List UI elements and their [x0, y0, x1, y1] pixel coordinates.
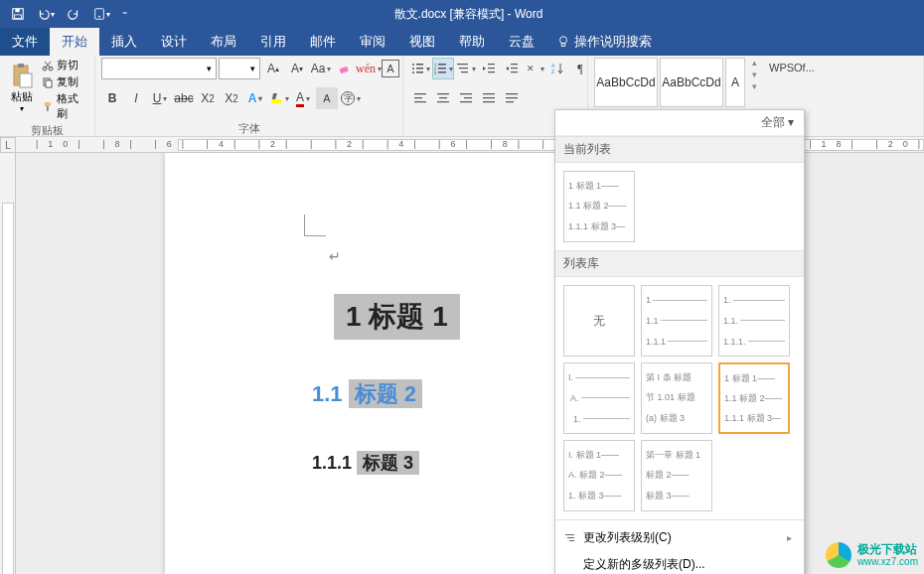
- tab-help[interactable]: 帮助: [447, 28, 497, 56]
- font-color-button[interactable]: A: [292, 87, 314, 109]
- svg-rect-31: [459, 68, 468, 69]
- style-normal[interactable]: AaBbCcDd: [594, 58, 658, 107]
- svg-rect-48: [460, 93, 472, 94]
- text-effects-button[interactable]: A: [244, 87, 266, 109]
- list-tile-1[interactable]: 1 1.1 1.1.1: [641, 285, 712, 357]
- tab-home[interactable]: 开始: [50, 28, 99, 56]
- strikethrough-button[interactable]: abc: [173, 87, 195, 109]
- tab-mailings[interactable]: 邮件: [298, 28, 348, 56]
- list-tile-6[interactable]: I. 标题 1—— A. 标题 2—— 1. 标题 3——: [563, 440, 635, 511]
- tab-insert[interactable]: 插入: [99, 28, 149, 56]
- underline-button[interactable]: U: [149, 87, 171, 109]
- numbering-button[interactable]: 123: [432, 58, 454, 79]
- char-border-button[interactable]: A: [382, 60, 399, 77]
- sort-button[interactable]: AZ: [546, 58, 568, 79]
- clear-format-button[interactable]: [334, 58, 356, 79]
- style-heading1[interactable]: A: [725, 58, 745, 107]
- save-button[interactable]: [6, 4, 30, 24]
- shrink-font-button[interactable]: A▾: [286, 58, 308, 79]
- svg-rect-15: [47, 106, 49, 111]
- list-tile-2[interactable]: 1. 1.1. 1.1.1.: [718, 285, 790, 357]
- list-tile-3[interactable]: I. A. 1.: [563, 362, 635, 434]
- font-name-combo[interactable]: ▾: [101, 58, 217, 79]
- ribbon-group-font: ▾ ▾ A▴ A▾ Aa wén A B I U abc X2 X2 A A A: [95, 56, 403, 136]
- list-tile-4[interactable]: 第 I 条 标题 节 1.01 标题 (a) 标题 3: [641, 362, 712, 434]
- enclose-char-button[interactable]: 字: [340, 87, 362, 109]
- section-list-library: 列表库: [555, 250, 804, 277]
- svg-rect-2: [15, 15, 22, 19]
- bold-button[interactable]: B: [101, 87, 123, 109]
- current-list-tile[interactable]: 1 标题 1—— 1.1 标题 2—— 1.1.1 标题 3—: [563, 171, 635, 242]
- phonetic-button[interactable]: wén: [358, 58, 380, 79]
- svg-rect-6: [561, 44, 565, 47]
- tab-file[interactable]: 文件: [0, 28, 50, 56]
- tell-me-search[interactable]: 操作说明搜索: [546, 33, 662, 51]
- svg-text:3: 3: [434, 71, 437, 75]
- watermark: 极光下载站 www.xz7.com: [826, 542, 918, 568]
- ruler-corner[interactable]: L: [0, 137, 16, 153]
- styles-more-down[interactable]: ▾: [752, 70, 757, 79]
- superscript-button[interactable]: X2: [221, 87, 242, 109]
- list-tile-5[interactable]: 1 标题 1—— 1.1 标题 2—— 1.1.1 标题 3—: [718, 362, 790, 434]
- vertical-ruler[interactable]: [0, 153, 16, 574]
- cut-button[interactable]: 剪切: [42, 58, 88, 72]
- menu-define-new-list[interactable]: 定义新的多级列表(D)...: [555, 551, 804, 574]
- copy-button[interactable]: 复制: [42, 74, 88, 89]
- redo-button[interactable]: [62, 4, 85, 24]
- decrease-indent-button[interactable]: [478, 58, 500, 79]
- svg-rect-57: [565, 534, 574, 535]
- tab-layout[interactable]: 布局: [199, 28, 248, 56]
- svg-rect-36: [511, 64, 518, 65]
- tab-cloud[interactable]: 云盘: [497, 28, 546, 56]
- italic-button[interactable]: I: [125, 87, 147, 109]
- svg-rect-32: [461, 72, 468, 72]
- tab-view[interactable]: 视图: [397, 28, 447, 56]
- align-right-button[interactable]: [455, 87, 477, 109]
- undo-button[interactable]: ▾: [32, 4, 60, 24]
- asian-layout-button[interactable]: ✕: [524, 58, 545, 79]
- svg-rect-59: [569, 540, 574, 541]
- list-tile-none[interactable]: 无: [563, 285, 635, 357]
- svg-rect-52: [483, 97, 495, 98]
- char-shading-button[interactable]: A: [316, 87, 338, 109]
- paste-button[interactable]: 粘贴 ▾: [6, 58, 38, 113]
- svg-point-18: [412, 64, 414, 66]
- touch-mode-button[interactable]: ▾: [87, 4, 115, 24]
- scissors-icon: [42, 60, 54, 72]
- window-title: 散文.docx [兼容模式] - Word: [132, 6, 924, 23]
- heading-1[interactable]: 1 标题 1: [334, 294, 460, 340]
- multilevel-list-button[interactable]: [455, 58, 477, 79]
- style-no-spacing[interactable]: AaBbCcDd: [660, 58, 723, 107]
- wps-style[interactable]: WPSOf...: [761, 58, 815, 73]
- svg-text:Z: Z: [551, 69, 554, 74]
- grow-font-button[interactable]: A▴: [262, 58, 284, 79]
- svg-rect-46: [439, 97, 447, 98]
- highlight-button[interactable]: [268, 87, 290, 109]
- svg-rect-35: [488, 72, 495, 72]
- increase-indent-button[interactable]: [501, 58, 523, 79]
- qat-customize[interactable]: ⁼: [117, 6, 132, 23]
- styles-more-up[interactable]: ▴: [752, 58, 757, 68]
- subscript-button[interactable]: X2: [197, 87, 219, 109]
- styles-more[interactable]: ▾: [752, 81, 757, 91]
- distribute-button[interactable]: [501, 87, 523, 109]
- list-tile-7[interactable]: 第一章 标题 1 标题 2—— 标题 3——: [641, 440, 712, 511]
- heading-3[interactable]: 1.1.1 标题 3: [312, 451, 419, 475]
- menu-change-list-level[interactable]: 更改列表级别(C) ▸: [555, 524, 804, 551]
- copy-icon: [42, 76, 54, 88]
- change-case-button[interactable]: Aa: [310, 58, 332, 79]
- format-painter-button[interactable]: 格式刷: [42, 91, 88, 121]
- justify-button[interactable]: [478, 87, 500, 109]
- tab-references[interactable]: 引用: [248, 28, 298, 56]
- heading-2[interactable]: 1.1 标题 2: [312, 379, 422, 409]
- align-center-button[interactable]: [432, 87, 454, 109]
- dropdown-filter-all[interactable]: 全部 ▾: [555, 110, 804, 136]
- indent-icon: [563, 531, 577, 545]
- svg-rect-14: [45, 102, 51, 106]
- svg-rect-16: [340, 67, 349, 73]
- tab-design[interactable]: 设计: [149, 28, 199, 56]
- align-left-button[interactable]: [409, 87, 431, 109]
- font-size-combo[interactable]: ▾: [219, 58, 260, 79]
- bullets-button[interactable]: [409, 58, 431, 79]
- tab-review[interactable]: 审阅: [348, 28, 397, 56]
